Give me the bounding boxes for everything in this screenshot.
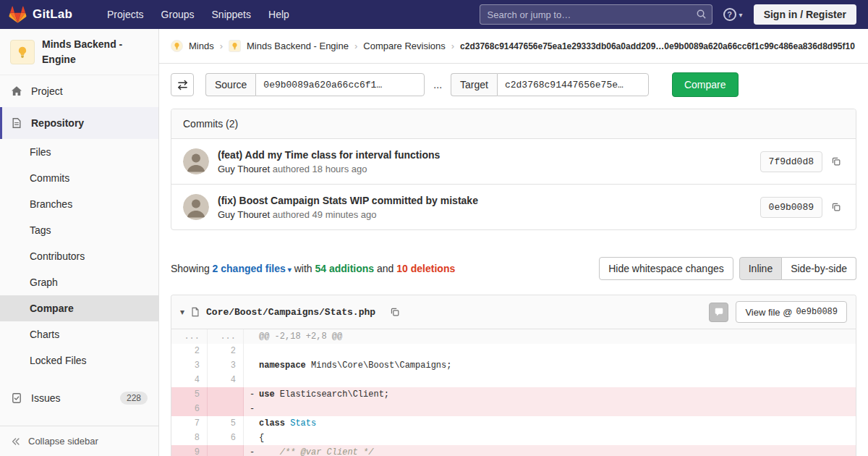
diff-old-line-number[interactable]: 3 — [171, 358, 208, 373]
diff-line-code — [244, 344, 856, 358]
gitlab-logo-icon — [9, 6, 27, 24]
navbar-left: GitLab ProjectsGroupsSnippetsHelp — [9, 0, 298, 29]
diff-old-line-number[interactable]: 4 — [171, 373, 208, 387]
code-token: Stats — [290, 418, 316, 428]
sidebar-item-label: Branches — [30, 198, 72, 210]
nav-menu-groups[interactable]: Groups — [153, 0, 203, 29]
copy-sha-button[interactable] — [828, 153, 844, 169]
sidebar-item-locked-files[interactable]: Locked Files — [0, 347, 158, 373]
diff-line-row: 6- — [171, 402, 856, 416]
sidebar-item-commits[interactable]: Commits — [0, 165, 158, 191]
side-by-side-view-button[interactable]: Side-by-side — [782, 257, 856, 280]
nav-menu-help[interactable]: Help — [260, 0, 298, 29]
commit-title-link[interactable]: (fix) Boost Campaign Stats WIP committed… — [218, 195, 752, 206]
diff-new-line-number[interactable]: 3 — [208, 358, 244, 373]
sidebar-item-repository[interactable]: Repository — [0, 107, 158, 139]
help-dropdown[interactable]: ? ▾ — [723, 8, 743, 21]
diff-line-code: - — [244, 402, 856, 416]
diff-line-code: class Stats — [244, 416, 856, 431]
compare-button[interactable]: Compare — [672, 72, 739, 97]
page-content: Source ... Target Compare Commits (2) (f… — [159, 64, 868, 456]
copy-icon — [390, 307, 400, 317]
commit-author-link[interactable]: Guy Thouret — [218, 164, 270, 174]
nav-menu-snippets[interactable]: Snippets — [203, 0, 260, 29]
diff-line-row: 22 — [171, 344, 856, 358]
gitlab-home-link[interactable]: GitLab — [9, 6, 72, 24]
diff-new-line-number[interactable]: 5 — [208, 416, 244, 431]
sign-in-button[interactable]: Sign in / Register — [754, 4, 856, 25]
diff-new-line-number[interactable]: 2 — [208, 344, 244, 358]
diff-old-line-number[interactable]: 2 — [171, 344, 208, 358]
view-file-button[interactable]: View file @ 0e9b0089 — [736, 301, 847, 323]
diff-file-name[interactable]: Core/Boost/Campaigns/Stats.php — [206, 307, 375, 318]
diff-old-line-number[interactable]: 7 — [171, 416, 208, 431]
collapse-sidebar-button[interactable]: Collapse sidebar — [0, 426, 158, 456]
commits-panel: Commits (2) (feat) Add my Time class for… — [171, 109, 856, 230]
source-ref-input[interactable] — [255, 73, 425, 96]
help-icon: ? — [723, 8, 736, 21]
diff-new-line-number[interactable]: ... — [208, 329, 244, 344]
commit-meta: Guy Thouret authored 49 minutes ago — [218, 209, 752, 220]
commit-sha-button[interactable]: 7f9dd0d8 — [760, 151, 822, 172]
sidebar-item-label: Charts — [30, 329, 59, 340]
search-box — [480, 4, 712, 25]
collapse-label: Collapse sidebar — [28, 436, 98, 447]
code-token: @@ -2,18 +2,8 @@ — [259, 332, 342, 342]
commit-author-link[interactable]: Guy Thouret — [218, 209, 270, 220]
view-file-sha: 0e9b0089 — [796, 307, 838, 317]
sidebar-item-tags[interactable]: Tags — [0, 217, 158, 243]
project-context-header[interactable]: Minds Backend - Engine — [0, 29, 158, 75]
search-input[interactable] — [480, 4, 712, 25]
search-icon — [696, 9, 707, 20]
sidebar-item-graph[interactable]: Graph — [0, 269, 158, 295]
deletions-count: 10 deletions — [396, 263, 455, 274]
diff-new-line-number[interactable]: 4 — [208, 373, 244, 387]
diff-stats-text: Showing 2 changed files▾ with 54 additio… — [171, 263, 455, 274]
breadcrumb-link-minds-backend-engine[interactable]: Minds Backend - Engine — [247, 41, 349, 51]
diff-line-row: 44 — [171, 373, 856, 387]
code-token: use — [259, 389, 275, 400]
nav-menu-projects[interactable]: Projects — [98, 0, 153, 29]
toggle-comments-button[interactable] — [709, 303, 728, 322]
diff-line-marker: - — [250, 402, 259, 416]
main-content: Minds›Minds Backend - Engine›Compare Rev… — [159, 29, 868, 456]
commit-author-avatar[interactable] — [183, 194, 209, 220]
breadcrumb-link-compare-revisions[interactable]: Compare Revisions — [363, 41, 445, 51]
commit-title-link[interactable]: (feat) Add my Time class for interval fu… — [218, 149, 752, 161]
sidebar-item-compare[interactable]: Compare — [0, 295, 158, 321]
diff-new-line-number[interactable] — [208, 445, 244, 456]
diff-old-line-number[interactable]: 6 — [171, 402, 208, 416]
sidebar-item-files[interactable]: Files — [0, 139, 158, 165]
diff-old-line-number[interactable]: 9 — [171, 445, 208, 456]
sidebar-item-label: Project — [31, 85, 63, 97]
changed-files-dropdown[interactable]: 2 changed files▾ — [213, 263, 292, 274]
commit-author-avatar[interactable] — [183, 148, 209, 174]
left-sidebar: Minds Backend - Engine ProjectRepository… — [0, 29, 159, 456]
diff-old-line-number[interactable]: ... — [171, 329, 208, 344]
sidebar-item-issues[interactable]: Issues228 — [0, 382, 158, 414]
diff-old-line-number[interactable]: 8 — [171, 431, 208, 445]
copy-file-path-button[interactable] — [387, 304, 403, 320]
copy-sha-button[interactable] — [828, 199, 844, 215]
breadcrumb-link-minds[interactable]: Minds — [189, 41, 214, 51]
navbar-menu: ProjectsGroupsSnippetsHelp — [98, 0, 298, 29]
sidebar-item-label: Issues — [31, 392, 60, 404]
diff-new-line-number[interactable] — [208, 402, 244, 416]
target-ref-input[interactable] — [497, 73, 649, 96]
sidebar-item-contributors[interactable]: Contributors — [0, 243, 158, 269]
swap-revisions-button[interactable] — [171, 73, 194, 96]
project-avatar — [10, 40, 35, 64]
commit-info: (fix) Boost Campaign Stats WIP committed… — [218, 195, 752, 220]
sidebar-item-project[interactable]: Project — [0, 75, 158, 107]
collapse-diff-icon[interactable]: ▾ — [180, 307, 184, 317]
commit-sha-button[interactable]: 0e9b0089 — [760, 197, 822, 218]
sidebar-item-branches[interactable]: Branches — [0, 191, 158, 217]
hide-whitespace-button[interactable]: Hide whitespace changes — [599, 257, 733, 280]
diff-new-line-number[interactable]: 6 — [208, 431, 244, 445]
sidebar-item-charts[interactable]: Charts — [0, 321, 158, 347]
chevron-down-icon: ▾ — [739, 11, 743, 19]
diff-old-line-number[interactable]: 5 — [171, 387, 208, 402]
breadcrumb-avatar — [171, 40, 183, 52]
diff-new-line-number[interactable] — [208, 387, 244, 402]
inline-view-button[interactable]: Inline — [739, 257, 782, 280]
